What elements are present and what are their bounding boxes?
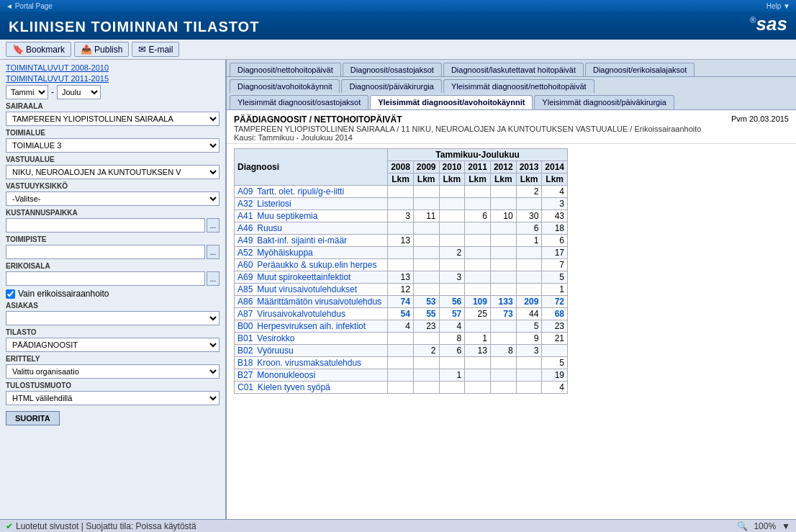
cell-val	[490, 369, 516, 382]
cell-val: 5	[542, 357, 568, 369]
tab-diagnoosit-päiväkirurgia[interactable]: Diagnoosit/päiväkirurgia	[341, 79, 441, 93]
tab-yleisimmät_diagnoosit-nettohoitopäivät[interactable]: Yleisimmät diagnoosit/nettohoitopäivät	[443, 79, 594, 93]
cell-val: 73	[490, 308, 516, 320]
asiakas-label: ASIAKAS	[6, 302, 220, 310]
date-range-row: TammiHelmiMaalis - JouluMarrasLoka	[6, 85, 220, 99]
cell-val: 6	[542, 235, 568, 247]
erittely-label: ERITTELY	[6, 355, 220, 363]
cell-val: 74	[388, 296, 414, 308]
zoom-level: 100%	[754, 521, 776, 531]
erikoisala-input[interactable]	[6, 271, 205, 286]
cell-val: 13	[388, 235, 414, 247]
cell-val	[413, 369, 439, 382]
tab-yleisimmät_diagnoosit-avohoitokäynnit[interactable]: Yleisimmät diagnoosit/avohoitokäynnit	[370, 95, 533, 109]
vastuuyksikko-select[interactable]: -Valitse-	[6, 191, 220, 206]
portal-help-bar: ◄ Portal Page Help ▼	[0, 0, 796, 12]
suorita-button[interactable]: SUORITA	[6, 411, 60, 425]
cell-val: 133	[490, 296, 516, 308]
year-header-2008: 2008	[388, 161, 414, 173]
table-row: A52Myöhäiskuppa217	[235, 247, 568, 259]
cell-val: 54	[388, 308, 414, 320]
erittely-select[interactable]: Valittu organisaatio	[6, 364, 220, 379]
bookmark-button[interactable]: 🔖 Bookmark	[6, 42, 71, 57]
cell-val	[413, 333, 439, 345]
table-row: B27Mononukleoosi119	[235, 369, 568, 382]
cell-val	[388, 345, 414, 357]
date-to-select[interactable]: JouluMarrasLoka	[57, 85, 101, 99]
cell-val	[388, 186, 414, 198]
vastuuyksikko-label: VASTUUYKSIKKÖ	[6, 182, 220, 190]
asiakas-select[interactable]	[6, 311, 220, 325]
diag-name: Tartt. olet. ripuli/g-e-iitti	[257, 186, 344, 197]
diag-name: Myöhäiskuppa	[257, 248, 312, 258]
cell-val	[413, 259, 439, 271]
diag-name: Kroon. virusmaksatulehdus	[257, 358, 361, 368]
toimipiste-browse-btn[interactable]: ...	[207, 245, 220, 259]
vain-erikoissairaanhoito-checkbox[interactable]	[6, 289, 15, 299]
email-button[interactable]: ✉ E-mail	[132, 42, 179, 57]
tilasto-select[interactable]: PÄÄDIAGNOOSIT	[6, 338, 220, 352]
cell-val: 3	[516, 345, 542, 357]
tab-diagnoosit-laskutettavat_hoitopäivät[interactable]: Diagnoosit/laskutettavat hoitopäivät	[443, 63, 584, 76]
cell-val	[465, 320, 491, 333]
diag-name: Virusaivokalvotulehdus	[257, 309, 345, 319]
cell-val	[413, 222, 439, 235]
diag-name: Herpesviruksen aih. infektiot	[257, 321, 366, 331]
tabs-row-1: Diagnoosit/nettohoitopäivätDiagnoosit/os…	[227, 60, 796, 77]
toimialue-label: TOIMIALUE	[6, 129, 220, 137]
nav-link-2011-2015[interactable]: TOIMINTALUVUT 2011-2015	[6, 74, 220, 83]
cell-val: 56	[439, 296, 465, 308]
tab-diagnoosit-avohoitokäynnit[interactable]: Diagnoosit/avohoitokäynnit	[230, 79, 340, 93]
kustannuspaikka-input[interactable]	[6, 218, 205, 233]
cell-val: 18	[542, 222, 568, 235]
year-header-2009: 2009	[413, 161, 439, 173]
tab-diagnoosit-osastojaksot[interactable]: Diagnoosit/osastojaksot	[343, 63, 442, 76]
cell-val: 23	[413, 320, 439, 333]
diag-code: A46Ruusu	[235, 222, 388, 235]
cell-val	[465, 271, 491, 284]
cell-val: 5	[542, 271, 568, 284]
diag-code: C01Kielen tyven syöpä	[235, 382, 388, 394]
cell-val	[388, 198, 414, 210]
tab-diagnoosit-erikoisalajaksot[interactable]: Diagnoosit/erikoisalajaksot	[585, 63, 695, 76]
cell-val: 6	[465, 210, 491, 222]
cell-val	[388, 259, 414, 271]
zoom-dropdown-icon[interactable]: ▼	[782, 521, 790, 531]
publish-button[interactable]: 📤 Publish	[74, 42, 129, 57]
sairaala-select[interactable]: TAMPEREEN YLIOPISTOLLINEN SAIRAALA	[6, 112, 220, 126]
cell-val: 209	[516, 296, 542, 308]
toimipiste-input[interactable]	[6, 245, 205, 259]
report-org: TAMPEREEN YLIOPISTOLLINEN SAIRAALA / 11 …	[234, 125, 789, 133]
vastuualue-select[interactable]: NIKU, NEUROALOJEN JA KUNTOUTUKSEN V	[6, 165, 220, 179]
cell-val: 12	[388, 284, 414, 296]
tab-yleisimmät_diagnoosit-päiväkirurgia[interactable]: Yleisimmät diagnoosit/päiväkirurgia	[534, 95, 674, 109]
lkm-header: Lkm	[490, 173, 516, 186]
table-container: Diagnoosi Tammikuu-Joulukuu 200820092010…	[227, 144, 796, 519]
erikoisala-browse-btn[interactable]: ...	[207, 271, 220, 286]
cell-val: 1	[465, 333, 491, 345]
portal-link[interactable]: ◄ Portal Page	[6, 2, 53, 10]
cell-val: 6	[516, 222, 542, 235]
cell-val	[388, 222, 414, 235]
cell-val: 11	[413, 210, 439, 222]
tab-diagnoosit-nettohoitopäivät[interactable]: Diagnoosit/nettohoitopäivät	[230, 63, 341, 76]
table-row: A41Muu septikemia3116103043	[235, 210, 568, 222]
tab-yleisimmät_diagnoosit-osastojaksot[interactable]: Yleisimmät diagnoosit/osastojaksot	[230, 95, 368, 109]
sas-logo: ®sas	[750, 13, 787, 35]
lkm-header: Lkm	[413, 173, 439, 186]
help-link[interactable]: Help ▼	[766, 2, 790, 10]
date-from-select[interactable]: TammiHelmiMaalis	[6, 85, 48, 99]
year-header-2010: 2010	[439, 161, 465, 173]
lkm-header: Lkm	[439, 173, 465, 186]
cell-val: 13	[465, 345, 491, 357]
zoom-icon: 🔍	[737, 521, 748, 531]
cell-val: 44	[516, 308, 542, 320]
lkm-header: Lkm	[516, 173, 542, 186]
tulostusmuoto-select[interactable]: HTML välilehdillä	[6, 391, 220, 405]
kustannuspaikka-browse-btn[interactable]: ...	[207, 218, 220, 233]
nav-link-2008-2010[interactable]: TOIMINTALUVUT 2008-2010	[6, 63, 220, 72]
erikoisala-label: ERIKOISALA	[6, 262, 220, 270]
toimialue-select[interactable]: TOIMIALUE 3	[6, 138, 220, 153]
kustannuspaikka-label: KUSTANNUSPAIKKA	[6, 209, 220, 217]
lkm-header: Lkm	[542, 173, 568, 186]
